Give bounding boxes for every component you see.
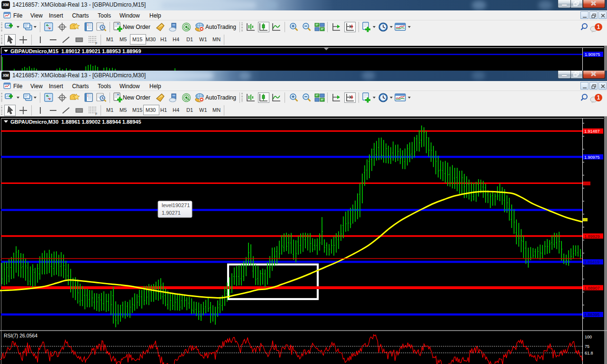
svg-text:1.88395: 1.88395 — [584, 312, 600, 317]
svg-text:GBPAUDmicro,M15 1.89012 1.890: GBPAUDmicro,M15 1.89012 1.89021 1.88953 … — [10, 48, 141, 54]
svg-text:1: 1 — [597, 24, 600, 30]
svg-text:1.90975: 1.90975 — [584, 155, 600, 160]
svg-text:1: 1 — [597, 94, 600, 101]
svg-text:61.8: 61.8 — [585, 351, 593, 355]
svg-text:1.90271: 1.90271 — [162, 210, 181, 216]
svg-text:75: 75 — [585, 344, 589, 349]
svg-text:level190271: level190271 — [162, 202, 190, 208]
svg-text:100: 100 — [585, 335, 592, 339]
svg-text:GBPAUDmicro,M30 1.88961 1.890: GBPAUDmicro,M30 1.88961 1.89002 1.88944 … — [10, 119, 141, 125]
svg-text:RSI(7) 26.0564: RSI(7) 26.0564 — [4, 333, 37, 338]
svg-text:1.89929: 1.89929 — [584, 234, 600, 239]
svg-text:F: F — [95, 112, 97, 116]
svg-text:1.91487: 1.91487 — [584, 129, 600, 134]
svg-text:1.88907: 1.88907 — [584, 286, 600, 291]
svg-text:F: F — [95, 42, 97, 45]
svg-text:1.89419: 1.89419 — [584, 260, 600, 264]
svg-text:1.90975: 1.90975 — [585, 52, 600, 57]
